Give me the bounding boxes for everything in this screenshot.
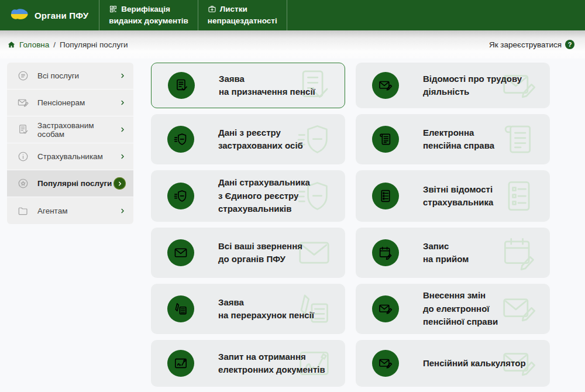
topnav-item-label: Верифікація — [121, 4, 170, 15]
home-icon-slot[interactable] — [7, 40, 16, 49]
service-card[interactable]: Пенсійний калькулятор — [356, 340, 550, 387]
sidebar: Всі послугиПенсіонерамЗастрахованим особ… — [7, 63, 133, 224]
service-card-badge — [167, 126, 194, 153]
sidebar-item-label: Пенсіонерам — [37, 98, 119, 107]
topbar-divider — [287, 0, 287, 30]
sidebar-item-5[interactable]: Популярні послуги — [7, 170, 133, 197]
service-card-badge — [372, 72, 399, 99]
service-card[interactable]: Звітні відомостістрахувальника — [356, 170, 550, 222]
sidebar-item-label: Всі послуги — [37, 71, 119, 80]
medical-case-icon — [208, 5, 216, 13]
service-card-watermark — [500, 233, 538, 272]
service-card-title: Заявана призначення пенсії — [219, 73, 315, 99]
service-card-title: Відомості про трудову діяльність — [423, 73, 550, 99]
topnav-item-label: Листки — [220, 4, 247, 15]
service-card-title: Пенсійний калькулятор — [423, 357, 526, 370]
service-card-badge — [372, 295, 399, 322]
shield-speed-icon — [173, 188, 188, 204]
service-card-watermark — [500, 290, 538, 328]
service-card[interactable]: Внесення зміндо електронноїпенсійної спр… — [356, 284, 550, 334]
service-card-badge — [168, 72, 195, 99]
service-card-badge — [372, 239, 399, 266]
service-card-badge — [372, 126, 399, 153]
register-help-label: Як зареєструватися — [489, 40, 562, 49]
service-card-title: Звітні відомостістрахувальника — [423, 183, 493, 209]
document-check-icon — [174, 78, 189, 93]
sidebar-item-6[interactable]: Агентам — [7, 197, 133, 224]
service-card-title: Всі ваші зверненнядо органів ПФУ — [218, 240, 302, 266]
folder-icon — [17, 205, 29, 217]
document-clip-icon — [378, 132, 393, 147]
topnav-item-label-line2: непрацездатності — [208, 15, 277, 27]
breadcrumb-home-link[interactable]: Головна — [19, 40, 49, 49]
service-card-watermark — [500, 120, 538, 159]
service-card-title: Запит на отриманняелектронних документів — [218, 350, 325, 377]
chevron-right-icon — [119, 153, 126, 160]
brand-title: Органи ПФУ — [35, 11, 88, 20]
services-grid: Заявана призначення пенсіїДані з реєстру… — [151, 63, 550, 387]
envelope-pencil-icon — [378, 301, 393, 317]
envelope-pencil-icon — [500, 290, 538, 328]
topnav-item-label-line2: виданих документів — [109, 15, 188, 27]
pencil-calculator-icon — [173, 301, 188, 317]
envelope-pencil-icon — [378, 78, 393, 93]
qr-icon — [109, 5, 118, 13]
signature-icon — [173, 356, 188, 371]
service-card-title: Внесення зміндо електронноїпенсійної спр… — [423, 289, 498, 329]
service-card[interactable]: Дані з реєструзастрахованих осіб — [151, 114, 345, 164]
calendar-pencil-icon — [378, 245, 393, 260]
service-card[interactable]: Записна прийом — [356, 228, 550, 278]
service-card[interactable]: Відомості про трудову діяльність — [356, 63, 550, 108]
sidebar-item-2[interactable]: Пенсіонерам — [7, 90, 133, 116]
service-card[interactable]: Запит на отриманняелектронних документів — [151, 340, 345, 387]
shield-speed-icon — [173, 132, 188, 147]
sidebar-item-label: Агентам — [37, 207, 119, 215]
breadcrumb-bar: Головна / Популярні послуги Як зареєстру… — [0, 30, 585, 59]
document-list-icon — [500, 177, 538, 215]
service-card-title: Дані страхувальниказ Єдиного реєструстра… — [218, 176, 310, 216]
topnav-item-2[interactable]: Листкинепрацездатності — [198, 0, 287, 30]
home-icon — [7, 40, 16, 49]
topnav: Верифікаціявиданих документівЛисткинепра… — [99, 0, 287, 30]
service-card[interactable]: Заявана призначення пенсії — [151, 63, 345, 108]
breadcrumb: Головна / Популярні послуги — [7, 40, 128, 49]
service-card[interactable]: Всі ваші зверненнядо органів ПФУ — [151, 228, 345, 278]
service-card-badge — [167, 295, 194, 322]
register-help-link[interactable]: Як зареєструватися ? — [489, 40, 574, 49]
active-chevron-badge — [113, 177, 126, 190]
breadcrumb-separator: / — [53, 40, 56, 49]
service-card-badge — [167, 239, 194, 266]
topbar: Органи ПФУ Верифікаціявиданих документів… — [0, 0, 585, 30]
service-card[interactable]: Заявана перерахунок пенсії — [151, 284, 345, 334]
service-card-badge — [372, 350, 399, 377]
service-card-title: Записна прийом — [423, 240, 469, 266]
ukraine-map-icon — [9, 8, 29, 20]
document-check-icon — [17, 123, 29, 136]
chevron-right-icon — [119, 99, 126, 106]
service-card[interactable]: Електроннапенсійна справа — [356, 114, 550, 164]
service-card-badge — [167, 350, 194, 377]
sidebar-item-1[interactable]: Всі послуги — [7, 63, 133, 90]
sidebar-item-label: Застрахованим особам — [37, 121, 119, 139]
document-clip-icon — [500, 120, 538, 159]
chevron-right-icon — [119, 73, 126, 79]
sidebar-item-label: Популярні послуги — [37, 179, 113, 188]
star-badge-icon — [17, 177, 29, 190]
brand[interactable]: Органи ПФУ — [0, 0, 99, 30]
envelope-icon — [173, 245, 188, 260]
document-list-icon — [378, 188, 393, 204]
service-card-watermark — [500, 177, 538, 215]
list-circle-icon — [17, 70, 29, 82]
sidebar-item-3[interactable]: Застрахованим особам — [7, 116, 133, 143]
info-circle-icon — [17, 150, 29, 163]
page: Органи ПФУ Верифікаціявиданих документів… — [0, 0, 585, 387]
calendar-pencil-icon — [500, 233, 538, 272]
ukraine-map-icon-slot — [9, 8, 29, 23]
service-card-badge — [372, 183, 399, 209]
topnav-item-1[interactable]: Верифікаціявиданих документів — [99, 0, 198, 30]
service-card[interactable]: Дані страхувальниказ Єдиного реєструстра… — [151, 170, 345, 222]
breadcrumb-current: Популярні послуги — [60, 40, 128, 49]
chevron-right-icon — [119, 126, 126, 133]
service-card-title: Дані з реєструзастрахованих осіб — [218, 126, 303, 153]
sidebar-item-4[interactable]: Страхувальникам — [7, 143, 133, 170]
